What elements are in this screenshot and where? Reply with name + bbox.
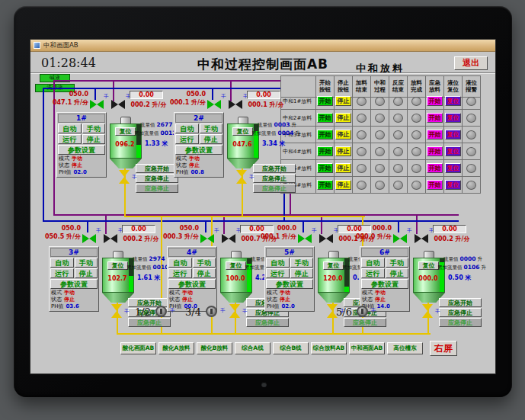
nav-button-6[interactable]: 综合放料AB (311, 342, 347, 354)
level-reset-button[interactable]: 复位 (445, 146, 461, 156)
tank-reset-button[interactable]: 复位 (107, 261, 128, 270)
param-settings-button[interactable]: 参数设置 (50, 279, 98, 289)
manual-button[interactable]: 手动 (290, 258, 314, 268)
inlet-valve-icon[interactable] (298, 234, 312, 243)
emergency-stop-button[interactable]: 应急停止 (439, 308, 482, 317)
run-button[interactable]: 运行 (168, 268, 192, 278)
stop-button[interactable]: 停止 (200, 134, 223, 144)
manual-button[interactable]: 手动 (193, 258, 216, 268)
start-discharge-button[interactable]: 开始 (317, 96, 333, 106)
level-reset-button[interactable]: 复位 (445, 130, 461, 139)
stop-button[interactable]: 停止 (82, 134, 106, 144)
shutoff-valve-icon[interactable] (229, 100, 242, 109)
shutoff-valve-icon[interactable] (104, 234, 117, 243)
inlet-valve-icon[interactable] (200, 234, 214, 243)
param-settings-button[interactable]: 参数设置 (266, 279, 313, 289)
param-settings-button[interactable]: 参数设置 (361, 279, 408, 289)
inlet-valve-icon[interactable] (207, 100, 221, 109)
hmi-content: 01:28:44 中和过程控制画面AB 中和放料 退出 碱液 洗涤液 开始按钮停… (30, 53, 495, 374)
emergency-start-button[interactable]: 应急开始 (253, 164, 296, 173)
auto-button[interactable]: 自动 (266, 258, 290, 268)
window-titlebar[interactable]: 中和画面AB (30, 40, 495, 52)
right-screen-button[interactable]: 右屏 (430, 341, 457, 356)
auto-button[interactable]: 自动 (50, 258, 74, 268)
stop-discharge-button[interactable]: 停止 (335, 96, 351, 106)
outlet-valve-icon[interactable] (229, 304, 240, 318)
manual-button[interactable]: 手动 (200, 123, 223, 133)
stop-button[interactable]: 停止 (290, 268, 314, 278)
nav-button-7[interactable]: 中和画面AB (349, 342, 385, 354)
outlet-valve-icon[interactable] (111, 304, 122, 318)
emergency-stop-disabled-button[interactable]: 应急停止 (253, 184, 296, 193)
emergency-discharge-button[interactable]: 开始 (427, 130, 443, 139)
stop-discharge-button[interactable]: 停止 (335, 163, 351, 173)
inlet-valve-icon[interactable] (90, 100, 104, 109)
run-button[interactable]: 运行 (361, 268, 385, 278)
table-cell: 停止 (335, 160, 353, 177)
inlet-valve-icon[interactable] (393, 234, 407, 243)
run-button[interactable]: 运行 (266, 268, 290, 278)
param-settings-button[interactable]: 参数设置 (58, 145, 105, 155)
exit-button[interactable]: 退出 (454, 56, 488, 70)
auto-button[interactable]: 自动 (168, 258, 192, 268)
pump-icon[interactable] (206, 306, 217, 317)
manual-button[interactable]: 手动 (75, 258, 98, 268)
stop-discharge-button[interactable]: 停止 (335, 146, 351, 156)
param-settings-button[interactable]: 参数设置 (175, 145, 222, 155)
inlet-valve-icon[interactable] (82, 234, 96, 243)
stop-button[interactable]: 停止 (386, 268, 409, 278)
nav-button-2[interactable]: 酸化A放料 (158, 342, 194, 354)
level-reset-button[interactable]: 复位 (445, 113, 461, 123)
emergency-discharge-button[interactable]: 开始 (427, 96, 443, 106)
manual-button[interactable]: 手动 (386, 258, 409, 268)
stop-discharge-button[interactable]: 停止 (335, 113, 351, 123)
nav-button-4[interactable]: 综合A线 (235, 342, 271, 354)
tank-reset-button[interactable]: 复位 (323, 261, 344, 270)
run-button[interactable]: 运行 (50, 268, 74, 278)
level-reset-button[interactable]: 复位 (445, 163, 461, 173)
outlet-valve-icon[interactable] (119, 170, 130, 184)
shutoff-valve-icon[interactable] (222, 234, 235, 243)
tank-reset-button[interactable]: 复位 (418, 261, 439, 270)
start-discharge-button[interactable]: 开始 (317, 163, 333, 173)
nav-button-5[interactable]: 综合B线 (273, 342, 309, 354)
emergency-discharge-button[interactable]: 开始 (427, 146, 443, 156)
auto-button[interactable]: 自动 (58, 123, 82, 133)
tank-reset-button[interactable]: 复位 (232, 127, 253, 136)
param-settings-button[interactable]: 参数设置 (168, 279, 216, 289)
pump-icon[interactable] (357, 306, 368, 317)
stop-discharge-button[interactable]: 停止 (335, 180, 351, 190)
auto-button[interactable]: 自动 (361, 258, 385, 268)
nav-button-1[interactable]: 酸化画面AB (120, 342, 156, 354)
emergency-discharge-button[interactable]: 开始 (427, 113, 443, 123)
manual-button[interactable]: 手动 (82, 123, 106, 133)
instant-flow-readout: 0.00 (433, 225, 466, 233)
nav-button-3[interactable]: 酸化B放料 (197, 342, 232, 354)
outlet-valve-icon[interactable] (422, 304, 433, 318)
outlet-valve-icon[interactable] (236, 170, 247, 184)
start-discharge-button[interactable]: 开始 (317, 113, 333, 123)
start-discharge-button[interactable]: 开始 (317, 146, 333, 156)
stop-button[interactable]: 停止 (193, 268, 216, 278)
nav-button-8[interactable]: 高位槽东 (387, 342, 423, 354)
emergency-discharge-button[interactable]: 开始 (427, 163, 443, 173)
run-button[interactable]: 运行 (58, 134, 82, 144)
level-reset-button[interactable]: 复位 (445, 180, 461, 190)
emergency-start-button[interactable]: 应急开始 (439, 298, 482, 307)
stop-button[interactable]: 停止 (75, 268, 98, 278)
tank-reset-button[interactable]: 复位 (226, 261, 246, 270)
pump-icon[interactable] (155, 306, 167, 317)
emergency-stop-button[interactable]: 应急停止 (253, 174, 296, 183)
start-discharge-button[interactable]: 开始 (317, 130, 333, 139)
start-discharge-button[interactable]: 开始 (317, 180, 333, 190)
tank-reset-button[interactable]: 复位 (115, 127, 136, 136)
stop-discharge-button[interactable]: 停止 (335, 130, 351, 139)
shutoff-valve-icon[interactable] (111, 100, 125, 109)
emergency-discharge-button[interactable]: 开始 (427, 180, 443, 190)
emergency-stop-disabled-button[interactable]: 应急停止 (439, 318, 482, 327)
shutoff-valve-icon[interactable] (319, 234, 333, 243)
run-button[interactable]: 运行 (175, 134, 199, 144)
auto-button[interactable]: 自动 (175, 123, 199, 133)
level-reset-button[interactable]: 复位 (445, 96, 461, 106)
shutoff-valve-icon[interactable] (415, 234, 428, 243)
